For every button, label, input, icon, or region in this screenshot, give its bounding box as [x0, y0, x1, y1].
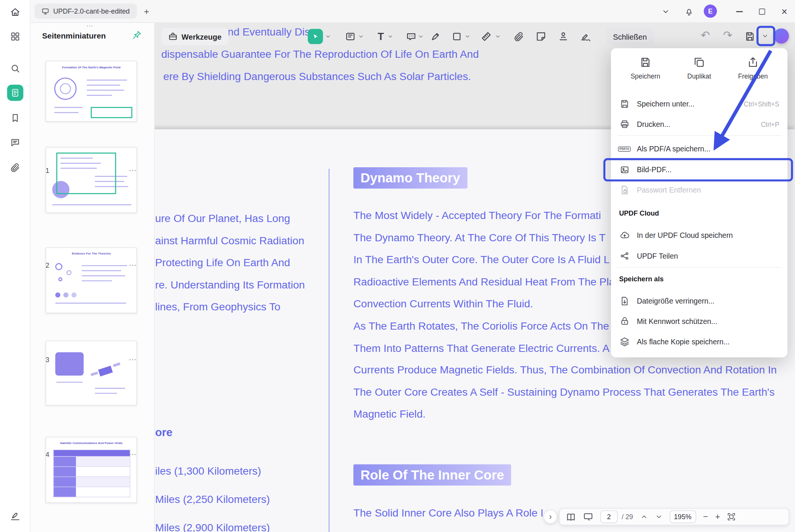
- close-button[interactable]: ×: [777, 4, 792, 19]
- thumb-page-number: 4: [46, 450, 49, 458]
- shapes-tool-chevron-icon[interactable]: [465, 34, 471, 40]
- signature-ink-icon[interactable]: [7, 508, 23, 524]
- undo-button[interactable]: ↶: [701, 29, 710, 42]
- measure-tool-icon[interactable]: [480, 30, 493, 43]
- select-tool-chevron-icon[interactable]: [325, 34, 331, 40]
- minimize-button[interactable]: [732, 4, 747, 19]
- fit-page-icon[interactable]: [727, 512, 736, 521]
- page-thumbnail[interactable]: [46, 341, 137, 406]
- bookmark-icon[interactable]: [7, 110, 23, 126]
- menu-quick-save[interactable]: Speichern: [619, 56, 672, 90]
- doc-text-line: Currents Produce Magnetic Fields. Thus, …: [354, 359, 777, 381]
- next-page-chevron-icon[interactable]: [655, 513, 662, 521]
- measure-tool-chevron-icon[interactable]: [495, 34, 501, 40]
- close-icon: ×: [781, 6, 787, 17]
- title-bar: UPDF-2.0-cant-be-edited + E ×: [31, 0, 795, 23]
- menu-item-protect-password[interactable]: Mit Kennwort schützen...: [611, 311, 787, 332]
- sticker-tool-icon[interactable]: [534, 30, 548, 43]
- save-button[interactable]: [743, 30, 756, 43]
- zoom-in-button[interactable]: +: [715, 512, 720, 522]
- page-thumbnails-icon[interactable]: [7, 85, 23, 101]
- page-number-value: 2: [607, 513, 611, 521]
- doc-text-line: dispensable Guarantee For The Reproducti…: [161, 48, 479, 60]
- save-dropdown-menu: Speichern Duplikat Freigeben Speichern u…: [611, 48, 787, 358]
- thumb-more-button[interactable]: ⋯: [129, 166, 137, 175]
- apps-grid-icon[interactable]: [7, 28, 23, 45]
- attachment-icon[interactable]: [7, 160, 23, 176]
- doc-text-line: iles (1,300 Kilometers): [155, 465, 261, 477]
- window-menu-chevron-icon[interactable]: [658, 4, 673, 19]
- save-menu-chevron-icon[interactable]: [761, 32, 769, 40]
- tools-button[interactable]: Werkzeuge: [161, 28, 228, 45]
- thumb-more-button[interactable]: ⋯: [129, 450, 137, 459]
- share-link-icon: [619, 251, 630, 261]
- edit-tool-chevron-icon[interactable]: [358, 34, 364, 40]
- page-number-input[interactable]: 2: [600, 510, 618, 523]
- page-thumbnail[interactable]: Satellite Communications And Power Grids: [46, 437, 137, 503]
- presentation-mode-icon[interactable]: [583, 512, 593, 522]
- redo-button[interactable]: ↷: [723, 29, 732, 42]
- doc-text-line: Protecting Life On Earth And: [155, 251, 305, 274]
- page-thumbnail[interactable]: Formation Of The Earth's Magnetic Field: [46, 61, 137, 122]
- menu-item-label: Dateigröße verringern...: [637, 297, 715, 305]
- zoom-level-input[interactable]: 195%: [670, 510, 696, 523]
- shapes-tool-icon[interactable]: [450, 30, 463, 43]
- menu-quick-duplicate[interactable]: Duplikat: [673, 56, 726, 90]
- page-thumbnail-current[interactable]: [46, 147, 137, 213]
- doc-text-line: re. Understanding Its Formation: [155, 274, 305, 296]
- comment-tool-icon[interactable]: [404, 30, 418, 43]
- document-tab[interactable]: UPDF-2.0-cant-be-edited: [34, 3, 137, 19]
- thumb-more-button[interactable]: ⋯: [129, 355, 137, 364]
- quick-action-label: Freigeben: [738, 72, 768, 80]
- thumb-more-button[interactable]: ⋯: [129, 261, 137, 270]
- search-icon[interactable]: [7, 60, 23, 77]
- maximize-icon: [759, 9, 765, 15]
- menu-item-save-as[interactable]: Speichern unter... Ctrl+Shift+S: [611, 94, 787, 114]
- previous-page-chevron-icon[interactable]: [640, 513, 648, 521]
- stamp-tool-icon[interactable]: [557, 30, 570, 43]
- select-tool-active[interactable]: [308, 29, 323, 44]
- menu-item-label: Drucken...: [637, 120, 670, 128]
- close-editor-button[interactable]: Schließen: [606, 28, 654, 45]
- menu-item-shortcut: Ctrl+Shift+S: [744, 100, 779, 108]
- reading-mode-icon[interactable]: [566, 512, 576, 522]
- flatten-layers-icon: [619, 336, 630, 347]
- home-icon[interactable]: [7, 4, 23, 20]
- maximize-button[interactable]: [755, 4, 770, 19]
- new-tab-button[interactable]: +: [139, 4, 154, 19]
- signature-tool-icon[interactable]: [579, 30, 592, 43]
- zoom-out-button[interactable]: −: [703, 512, 708, 522]
- menu-item-label: Bild-PDF...: [637, 166, 672, 174]
- page-thumbnail[interactable]: Evidence For The Theories: [46, 247, 137, 313]
- tab-monitor-icon: [42, 7, 49, 15]
- thumb-figure: [98, 365, 113, 376]
- attach-tool-icon[interactable]: [512, 30, 525, 43]
- edit-page-tool-icon[interactable]: [344, 30, 357, 43]
- comment-tool-chevron-icon[interactable]: [418, 34, 424, 40]
- menu-item-save-as-pdfa[interactable]: PDF/A Als PDF/A speichern...: [611, 139, 787, 159]
- menu-item-image-pdf[interactable]: Bild-PDF...: [611, 160, 787, 180]
- menu-item-reduce-size[interactable]: Dateigröße verringern...: [611, 291, 787, 311]
- pen-tool-icon[interactable]: [429, 30, 442, 43]
- menu-item-print[interactable]: Drucken... Ctrl+P: [611, 114, 787, 134]
- menu-item-updf-share[interactable]: UPDF Teilen: [611, 246, 787, 266]
- doc-text-line: Miles (2,900 Kilometers): [155, 521, 270, 532]
- doc-heading-text: Dynamo Theory: [361, 170, 460, 186]
- text-tool-chevron-icon[interactable]: [387, 34, 394, 40]
- notifications-bell-icon[interactable]: [681, 4, 696, 19]
- avatar[interactable]: E: [704, 5, 717, 18]
- page-thumbnails-panel: ⋯ Seitenminiaturen Formation Of The Eart…: [31, 23, 155, 532]
- password-lock-icon: [619, 185, 630, 195]
- pin-icon[interactable]: [132, 30, 142, 42]
- menu-quick-share[interactable]: Freigeben: [727, 56, 780, 90]
- comment-icon[interactable]: [7, 134, 23, 151]
- expand-statusbar-button[interactable]: ›: [543, 510, 557, 524]
- menu-item-save-to-cloud[interactable]: In der UPDF Cloud speichern: [611, 225, 787, 245]
- image-pdf-icon: [619, 165, 630, 175]
- text-tool-icon[interactable]: T: [374, 30, 387, 43]
- menu-item-save-flat-copy[interactable]: Als flache Kopie speichern...: [611, 332, 787, 352]
- panel-resize-handle[interactable]: ⋯: [86, 22, 93, 29]
- doc-text-line: And Eventually Dis: [221, 26, 310, 38]
- ai-assistant-button[interactable]: [774, 28, 789, 43]
- thumb-title: Formation Of The Earth's Magnetic Field: [46, 66, 136, 69]
